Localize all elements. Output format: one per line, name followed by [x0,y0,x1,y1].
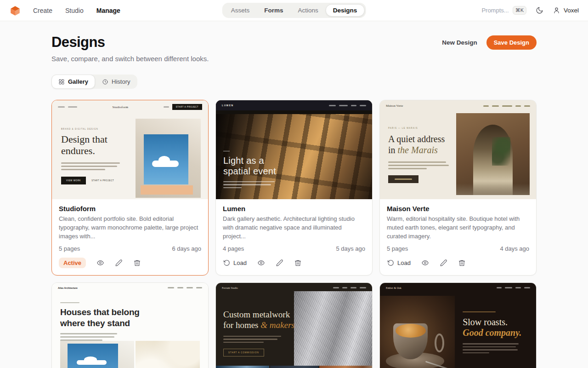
prompts-label: Prompts... [481,7,509,14]
restore-icon [223,259,231,267]
mini-nav-links [483,105,530,107]
preview-eye-icon[interactable] [96,259,104,267]
mini-brand: Ember & Oak [386,287,401,289]
load-design-button[interactable]: Load [387,259,411,267]
main-nav: Create Studio Manage [33,7,120,14]
mini-brand: LUMEN [222,104,234,107]
mini-nav-cta: START A PROJECT [172,104,202,110]
dark-mode-moon-icon[interactable] [536,6,543,14]
active-badge: Active [59,258,86,268]
tab-forms[interactable]: Forms [257,4,290,17]
mini-hero-image-metal-texture [294,291,372,366]
mini-cta-secondary: START A PROJECT [91,179,114,182]
mini-hero-image-coffee-cup [380,296,455,368]
mini-cta-primary: VIEW WORK [61,177,86,184]
preview-eye-icon[interactable] [421,259,429,267]
mini-thumbnail-strip [216,366,372,368]
delete-trash-icon[interactable] [294,259,302,267]
clock-icon [102,79,108,85]
mini-heading: Design that endures. [61,133,130,157]
edit-pencil-icon[interactable] [276,259,283,267]
design-preview-maison-verte: Maison Verte PARIS — LE MARAIS A quiet a… [380,100,536,199]
prompts-search-button[interactable]: Prompts... ⌘K [481,6,526,15]
mini-cta-button [388,175,418,183]
mini-heading: A quiet address in the Marais [388,133,457,156]
mini-hero-image-sky-frame [136,119,201,198]
user-menu[interactable]: Voxel [553,6,579,14]
card-age: 5 days ago [336,245,365,252]
card-title: Maison Verte [387,205,529,213]
app-logo-cube-icon[interactable] [9,5,21,17]
design-card-ferrum-studio[interactable]: Ferrum Studio Custom metalwork for homes… [215,282,373,368]
user-name: Voxel [564,7,579,14]
load-design-button[interactable]: Load [223,259,247,267]
toggle-history-label: History [112,78,130,85]
design-card-maison-verte[interactable]: Maison Verte PARIS — LE MARAIS A quiet a… [379,100,537,276]
design-card-ember-oak[interactable]: Ember & Oak Slow roasts. Good company. [379,282,537,368]
section-tabs: Assets Forms Actions Designs [222,3,366,18]
delete-trash-icon[interactable] [133,259,141,267]
app-header: Create Studio Manage Assets Forms Action… [0,0,588,21]
card-pages: 4 pages [223,245,244,252]
mini-eyebrow-skeleton [60,302,79,304]
user-icon [553,6,560,14]
tab-assets[interactable]: Assets [224,4,257,17]
toggle-history[interactable]: History [95,75,137,89]
design-card-lumen[interactable]: LUMEN Light as a spatial event [215,100,373,276]
toggle-gallery[interactable]: Gallery [51,75,95,89]
text-skeleton [223,336,297,343]
card-description: Clean, confident portfolio site. Bold ed… [59,215,201,241]
design-card-atlas-architecture[interactable]: Atlas Architecture Houses that belong wh… [51,282,209,368]
design-preview-atlas: Atlas Architecture Houses that belong wh… [52,283,208,368]
mini-brand: Studioform [112,105,128,109]
delete-trash-icon[interactable] [458,259,466,267]
design-preview-ferrum: Ferrum Studio Custom metalwork for homes… [216,283,372,368]
mini-nav-links [329,105,366,106]
text-skeleton [463,343,528,353]
text-skeleton [388,161,457,169]
view-toggle: Gallery History [51,75,137,89]
keyboard-shortcut-badge: ⌘K [513,6,526,15]
edit-pencil-icon[interactable] [115,259,123,267]
mini-gallery-images [60,341,200,368]
card-title: Studioform [59,205,201,213]
card-description: Dark gallery aesthetic. Architectural li… [223,215,365,241]
save-design-button[interactable]: Save Design [486,35,537,50]
card-pages: 5 pages [59,245,80,252]
designs-grid: Studioform START A PROJECT BRAND & DIGIT… [51,100,537,368]
design-preview-ember-oak: Ember & Oak Slow roasts. Good company. [380,283,536,368]
card-pages: 5 pages [387,245,408,252]
design-preview-studioform: Studioform START A PROJECT BRAND & DIGIT… [52,100,208,199]
mini-eyebrow: PARIS — LE MARAIS [388,127,457,129]
card-description: Warm, editorial hospitality site. Boutiq… [387,215,529,241]
mini-nav-links [168,287,202,288]
text-skeleton [223,181,276,189]
mini-brand: Atlas Architecture [58,287,78,289]
new-design-button[interactable]: New Design [442,39,477,46]
mini-heading: Slow roasts. [463,317,528,328]
page-subtitle: Save, compare, and switch between differ… [51,55,537,63]
card-title: Lumen [223,205,365,213]
card-age: 4 days ago [500,245,529,252]
text-skeleton [61,162,130,170]
mini-heading-italic: Good company. [463,328,528,338]
design-card-studioform[interactable]: Studioform START A PROJECT BRAND & DIGIT… [51,100,209,276]
mini-brand: Maison Verte [386,104,403,108]
mini-hero-image-archway [456,113,530,195]
mini-eyebrow-skeleton [463,311,496,313]
preview-eye-icon[interactable] [257,259,265,267]
tab-actions[interactable]: Actions [290,4,325,17]
mini-cta-button: START A COMMISSION [223,349,264,356]
edit-pencil-icon[interactable] [440,259,447,267]
nav-manage[interactable]: Manage [96,7,120,14]
mini-nav-links [58,106,77,108]
tab-designs[interactable]: Designs [326,4,365,17]
mini-nav-links [497,287,530,288]
text-skeleton [60,333,200,341]
mini-heading: Custom metalwork for homes & makers [223,310,297,331]
nav-create[interactable]: Create [33,7,52,14]
grid-icon [58,79,65,85]
design-preview-lumen: LUMEN Light as a spatial event [216,100,372,199]
mini-heading: Houses that belong where they stand [60,307,200,328]
nav-studio[interactable]: Studio [65,7,84,14]
